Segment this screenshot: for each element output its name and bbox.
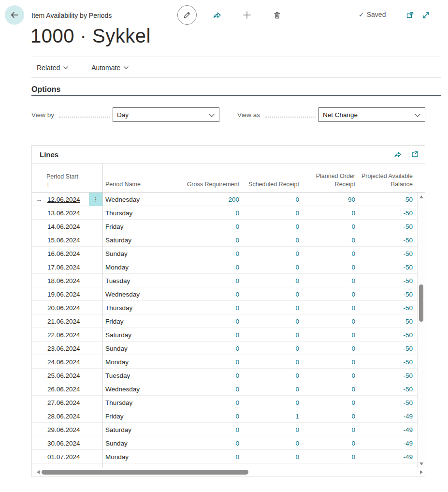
cell-projected-available-balance[interactable]: -49: [355, 426, 413, 433]
cell-projected-available-balance[interactable]: -50: [355, 264, 413, 271]
cell-projected-available-balance[interactable]: -50: [355, 209, 413, 217]
cell-period-start[interactable]: 26.06.2024: [46, 386, 89, 393]
cell-scheduled-receipt[interactable]: 0: [239, 291, 299, 298]
cell-scheduled-receipt[interactable]: 0: [239, 223, 299, 230]
cell-projected-available-balance[interactable]: -50: [355, 250, 413, 257]
cell-period-start[interactable]: 23.06.2024: [46, 345, 89, 352]
cell-period-start[interactable]: 21.06.2024: [46, 318, 89, 325]
cell-gross-requirement[interactable]: 0: [181, 277, 239, 284]
cell-period-name[interactable]: Monday: [103, 358, 181, 366]
cell-scheduled-receipt[interactable]: 0: [239, 426, 299, 433]
cell-scheduled-receipt[interactable]: 0: [239, 318, 299, 325]
cell-period-start[interactable]: 19.06.2024: [46, 291, 89, 298]
row-menu-button[interactable]: [89, 450, 103, 463]
scroll-up-arrow[interactable]: [419, 195, 423, 198]
cell-planned-order-receipt[interactable]: 0: [299, 413, 355, 420]
row-menu-button[interactable]: [89, 328, 103, 342]
cell-scheduled-receipt[interactable]: 0: [239, 209, 299, 217]
cell-planned-order-receipt[interactable]: 0: [299, 291, 355, 298]
row-menu-button[interactable]: [89, 369, 103, 382]
cell-scheduled-receipt[interactable]: 0: [239, 277, 299, 284]
cell-gross-requirement[interactable]: 0: [181, 386, 239, 393]
cell-scheduled-receipt[interactable]: 0: [239, 386, 299, 393]
cell-gross-requirement[interactable]: 0: [181, 318, 239, 325]
horizontal-scrollbar-thumb[interactable]: [42, 470, 248, 475]
row-menu-button[interactable]: [89, 382, 103, 396]
row-menu-button[interactable]: [89, 274, 103, 287]
share-button[interactable]: [207, 5, 227, 25]
row-menu-button[interactable]: [89, 436, 103, 450]
cell-period-name[interactable]: Thursday: [103, 304, 181, 312]
cell-period-start[interactable]: 22.06.2024: [46, 331, 89, 339]
view-by-select[interactable]: Day: [113, 107, 219, 122]
cell-projected-available-balance[interactable]: -50: [355, 196, 413, 203]
cell-period-name[interactable]: Thursday: [103, 209, 181, 217]
column-header-period-start[interactable]: Period Start ↑: [46, 164, 89, 192]
scroll-down-arrow[interactable]: [419, 462, 423, 465]
row-menu-button[interactable]: [89, 342, 103, 355]
cell-period-start[interactable]: 27.06.2024: [46, 399, 89, 406]
row-menu-button[interactable]: [89, 355, 103, 369]
cell-period-start[interactable]: 13.06.2024: [46, 209, 89, 217]
cell-projected-available-balance[interactable]: -50: [355, 358, 413, 366]
menu-item-automate[interactable]: Automate: [86, 64, 134, 72]
cell-planned-order-receipt[interactable]: 0: [299, 426, 355, 433]
cell-gross-requirement[interactable]: 0: [181, 413, 239, 420]
cell-scheduled-receipt[interactable]: 0: [239, 453, 299, 461]
cell-scheduled-receipt[interactable]: 0: [239, 358, 299, 366]
cell-period-start[interactable]: 24.06.2024: [46, 358, 89, 366]
cell-planned-order-receipt[interactable]: 0: [299, 358, 355, 366]
cell-gross-requirement[interactable]: 0: [181, 440, 239, 447]
menu-item-related[interactable]: Related: [31, 64, 74, 72]
row-menu-button[interactable]: [89, 314, 103, 328]
cell-scheduled-receipt[interactable]: 0: [239, 331, 299, 339]
cell-projected-available-balance[interactable]: -50: [355, 223, 413, 230]
cell-gross-requirement[interactable]: 200: [181, 196, 239, 203]
cell-planned-order-receipt[interactable]: 0: [299, 223, 355, 230]
cell-period-start[interactable]: 30.06.2024: [46, 440, 89, 447]
row-menu-button[interactable]: [89, 287, 103, 301]
row-menu-button[interactable]: [89, 463, 103, 468]
expand-button[interactable]: [416, 5, 435, 25]
cell-planned-order-receipt[interactable]: 0: [299, 453, 355, 461]
cell-projected-available-balance[interactable]: -50: [355, 291, 413, 298]
cell-gross-requirement[interactable]: 0: [181, 358, 239, 366]
cell-period-start[interactable]: 01.07.2024: [46, 453, 89, 461]
cell-period-start[interactable]: 15.06.2024: [46, 237, 89, 244]
cell-gross-requirement[interactable]: 0: [181, 291, 239, 298]
cell-period-name[interactable]: Tuesday: [103, 372, 181, 379]
cell-period-name[interactable]: Wednesday: [103, 386, 181, 393]
row-menu-button[interactable]: ⋮: [89, 193, 103, 206]
cell-projected-available-balance[interactable]: -50: [355, 318, 413, 325]
row-menu-button[interactable]: [89, 409, 103, 423]
cell-scheduled-receipt[interactable]: 0: [239, 399, 299, 406]
cell-period-name[interactable]: Saturday: [103, 426, 181, 433]
cell-planned-order-receipt[interactable]: 0: [299, 399, 355, 406]
delete-button[interactable]: [267, 5, 287, 25]
lines-maximize-button[interactable]: [411, 150, 419, 159]
cell-gross-requirement[interactable]: 0: [181, 223, 239, 230]
cell-gross-requirement[interactable]: 0: [181, 304, 239, 312]
cell-planned-order-receipt[interactable]: 0: [299, 237, 355, 244]
row-menu-button[interactable]: [89, 260, 103, 274]
row-menu-button[interactable]: [89, 220, 103, 233]
lines-share-button[interactable]: [393, 150, 402, 159]
cell-planned-order-receipt[interactable]: 0: [299, 440, 355, 447]
cell-scheduled-receipt[interactable]: 1: [239, 413, 299, 420]
cell-gross-requirement[interactable]: 0: [181, 250, 239, 257]
row-menu-button[interactable]: [89, 423, 103, 436]
cell-planned-order-receipt[interactable]: 0: [299, 277, 355, 284]
cell-projected-available-balance[interactable]: -50: [355, 372, 413, 379]
cell-gross-requirement[interactable]: 0: [181, 345, 239, 352]
cell-gross-requirement[interactable]: 0: [181, 399, 239, 406]
vertical-scrollbar-thumb[interactable]: [419, 284, 423, 322]
row-menu-button[interactable]: [89, 301, 103, 314]
cell-scheduled-receipt[interactable]: 0: [239, 264, 299, 271]
cell-period-start[interactable]: 28.06.2024: [46, 413, 89, 420]
cell-planned-order-receipt[interactable]: 0: [299, 345, 355, 352]
row-menu-button[interactable]: [89, 247, 103, 260]
add-button[interactable]: [237, 5, 257, 25]
cell-period-name[interactable]: Thursday: [103, 399, 181, 406]
scroll-left-arrow[interactable]: [37, 470, 40, 474]
cell-projected-available-balance[interactable]: -50: [355, 237, 413, 244]
